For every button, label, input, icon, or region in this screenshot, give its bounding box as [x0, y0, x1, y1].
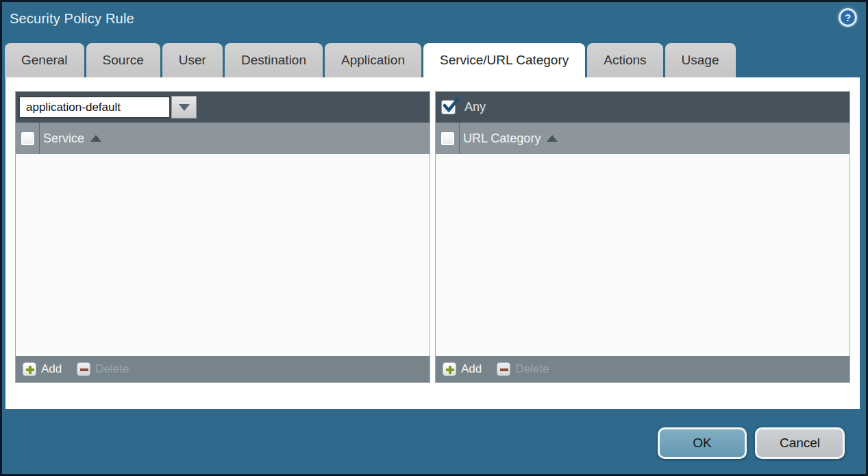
header-divider: [39, 123, 40, 154]
service-column-header[interactable]: Service: [43, 131, 101, 146]
checkmark-icon: [442, 97, 460, 114]
url-category-column-label: URL Category: [463, 131, 541, 146]
service-column-label: Service: [43, 131, 84, 146]
url-category-table-header: URL Category: [436, 123, 850, 154]
url-category-toolbar: Any: [436, 92, 850, 123]
url-category-table-footer: Add Delete: [436, 356, 850, 382]
service-table-body: [16, 154, 430, 356]
tab-destination[interactable]: Destination: [225, 43, 323, 77]
tab-actions[interactable]: Actions: [587, 43, 662, 77]
plus-icon: [443, 362, 456, 376]
url-category-table-body: [436, 154, 850, 356]
service-panel: application-default Service Add: [15, 91, 430, 383]
minus-icon: [77, 362, 90, 376]
tab-user[interactable]: User: [162, 43, 223, 77]
delete-button-label: Delete: [95, 362, 129, 376]
cancel-button[interactable]: Cancel: [755, 427, 845, 459]
service-type-dropdown-value[interactable]: application-default: [18, 96, 171, 118]
service-type-dropdown-button[interactable]: [171, 96, 197, 118]
header-divider: [459, 123, 460, 154]
tab-general[interactable]: General: [5, 43, 84, 77]
service-toolbar: application-default: [16, 92, 430, 123]
dialog-title: Security Policy Rule: [10, 11, 134, 27]
minus-icon: [497, 362, 510, 376]
service-type-dropdown: application-default: [18, 96, 197, 118]
service-select-all-checkbox[interactable]: [21, 131, 35, 146]
add-button-label: Add: [41, 362, 62, 376]
url-category-add-button[interactable]: Add: [443, 362, 482, 376]
tab-source[interactable]: Source: [86, 43, 160, 77]
url-category-delete-button[interactable]: Delete: [497, 362, 549, 376]
service-add-button[interactable]: Add: [23, 362, 62, 376]
sort-ascending-icon: [547, 135, 558, 142]
tab-usage[interactable]: Usage: [665, 43, 736, 77]
security-policy-rule-dialog: Security Policy Rule ? General Source Us…: [0, 0, 868, 476]
service-table-footer: Add Delete: [16, 356, 430, 382]
plus-icon: [23, 362, 36, 376]
tab-service-url-category[interactable]: Service/URL Category: [423, 43, 585, 77]
url-category-panel: Any URL Category Add Delete: [435, 91, 850, 383]
chevron-down-icon: [179, 104, 190, 111]
ok-button[interactable]: OK: [658, 427, 747, 459]
tab-content-area: application-default Service Add: [5, 77, 860, 409]
delete-button-label: Delete: [515, 362, 549, 376]
help-icon[interactable]: ?: [839, 8, 857, 27]
add-button-label: Add: [461, 362, 482, 376]
service-delete-button[interactable]: Delete: [77, 362, 129, 376]
tab-bar: General Source User Destination Applicat…: [5, 43, 736, 77]
sort-ascending-icon: [90, 135, 101, 142]
url-category-column-header[interactable]: URL Category: [463, 131, 558, 146]
tab-application[interactable]: Application: [325, 43, 421, 77]
url-category-select-all-checkbox[interactable]: [441, 131, 455, 146]
service-table-header: Service: [16, 123, 430, 154]
any-checkbox-label: Any: [464, 100, 486, 114]
any-checkbox[interactable]: [441, 100, 456, 114]
